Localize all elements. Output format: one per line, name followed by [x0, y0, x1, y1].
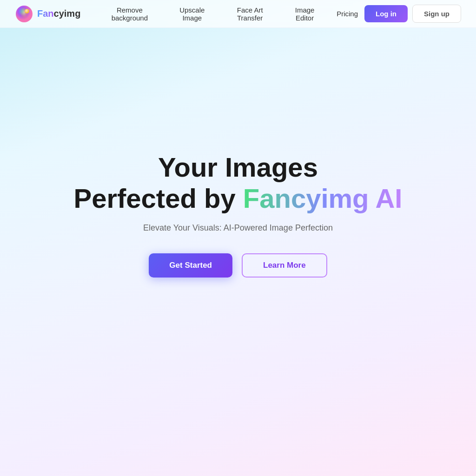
- hero-title: Your Images Perfected by Fancyimg AI: [74, 152, 403, 214]
- learn-more-button[interactable]: Learn More: [242, 253, 327, 278]
- hero-section: Your Images Perfected by Fancyimg AI Ele…: [0, 0, 476, 439]
- get-started-button[interactable]: Get Started: [149, 253, 232, 278]
- hero-buttons: Get Started Learn More: [149, 253, 327, 278]
- nav-image-editor[interactable]: Image Editor: [281, 2, 328, 26]
- nav-actions: Log in Sign up: [364, 5, 461, 23]
- logo-icon: [15, 5, 33, 23]
- svg-point-2: [25, 9, 29, 13]
- nav-remove-bg[interactable]: Remove background: [95, 2, 164, 26]
- logo-link[interactable]: Fancyimg: [15, 5, 80, 23]
- navbar: Fancyimg Remove background Upscale Image…: [0, 0, 476, 28]
- nav-pricing[interactable]: Pricing: [330, 6, 364, 21]
- hero-subtitle: Elevate Your Visuals: AI-Powered Image P…: [143, 223, 333, 233]
- hero-title-line2: Perfected by Fancyimg AI: [74, 183, 403, 214]
- nav-upscale[interactable]: Upscale Image: [165, 2, 218, 26]
- hero-title-brand: Fancyimg AI: [243, 183, 403, 213]
- nav-face-art[interactable]: Face Art Transfer: [220, 2, 279, 26]
- nav-links: Remove background Upscale Image Face Art…: [95, 2, 364, 26]
- hero-title-line1: Your Images: [74, 152, 403, 183]
- hero-title-prefix: Perfected by: [74, 183, 243, 213]
- logo-text: Fancyimg: [37, 8, 80, 19]
- login-button[interactable]: Log in: [364, 5, 408, 22]
- signup-button[interactable]: Sign up: [412, 5, 461, 23]
